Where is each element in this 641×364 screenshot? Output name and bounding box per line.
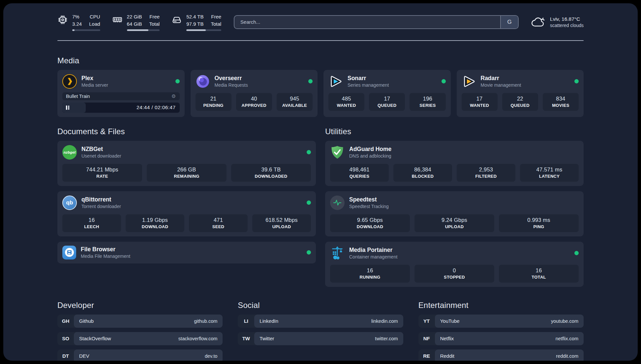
stat-seed: 471 SEED xyxy=(189,214,248,232)
documents-column: Documents & Files nzbget NZBGet Usenet d… xyxy=(57,127,316,287)
search-engine-button[interactable]: G xyxy=(500,16,518,28)
nzbget-icon: nzbget xyxy=(62,145,77,160)
memory-free-label: Free xyxy=(149,13,160,20)
link-name: YouTube xyxy=(440,318,460,324)
app-card-portainer[interactable]: Media Portainer Container management 16 … xyxy=(325,242,584,287)
status-dot xyxy=(442,79,446,83)
social-links-column: Social LI LinkedIn linkedin.com TW Twitt… xyxy=(238,301,403,361)
cpu-icon xyxy=(57,15,68,25)
stat-queries: 498,461 QUERIES xyxy=(330,164,389,182)
plex-now-playing: Bullet Train ⚙ 24:44 / 02:06:47 xyxy=(62,92,180,113)
session-settings-icon[interactable]: ⚙ xyxy=(171,94,176,99)
cpu-stat: 7% 3.24 CPU Load xyxy=(57,13,100,31)
stat-latency: 47.571 ms LATENCY xyxy=(520,164,579,182)
memory-free-value: 22 GiB xyxy=(127,13,142,20)
disk-total-value: 97.9 TB xyxy=(186,20,203,28)
link-linkedin[interactable]: LI LinkedIn linkedin.com xyxy=(238,315,403,328)
cpu-load-value: 3.24 xyxy=(72,20,82,28)
dashboard: 7% 3.24 CPU Load xyxy=(3,3,638,361)
link-twitter[interactable]: TW Twitter twitter.com xyxy=(238,332,403,345)
link-name: Github xyxy=(79,318,94,324)
app-name: qBittorrent xyxy=(81,196,302,203)
app-card-overseerr[interactable]: Overseerr Media Requests 21 PENDING 40 A… xyxy=(191,70,318,117)
link-abbr: TW xyxy=(238,332,254,345)
link-url: twitter.com xyxy=(375,336,398,341)
app-subtitle: Speedtest Tracking xyxy=(349,204,579,209)
plex-icon xyxy=(62,74,77,89)
sonarr-icon xyxy=(328,74,343,89)
app-name: Overseerr xyxy=(215,75,304,82)
link-name: Twitter xyxy=(259,336,274,341)
stat-download: 9.65 Gbps DOWNLOAD xyxy=(330,214,410,232)
app-card-filebrowser[interactable]: File Browser Media File Management xyxy=(57,242,316,263)
stat-upload: 9.24 Gbps UPLOAD xyxy=(414,214,494,232)
cpu-usage-value: 7% xyxy=(72,13,82,20)
top-bar: 7% 3.24 CPU Load xyxy=(57,13,584,31)
stat-ping: 0.993 ms PING xyxy=(499,214,579,232)
app-subtitle: Media Requests xyxy=(215,82,304,88)
link-url: netflix.com xyxy=(556,336,578,341)
memory-progress-track xyxy=(127,29,160,31)
app-subtitle: Torrent downloader xyxy=(81,204,302,209)
status-dot xyxy=(574,251,579,255)
link-name: StackOverflow xyxy=(79,336,111,341)
cpu-load-label: Load xyxy=(89,20,100,28)
link-github[interactable]: GH Github github.com xyxy=(57,315,223,328)
stat-rate: 744.21 Mbps RATE xyxy=(62,164,142,182)
section-title-utilities: Utilities xyxy=(325,127,584,136)
app-subtitle: Movie management xyxy=(481,82,570,88)
app-card-qbittorrent[interactable]: qb qBittorrent Torrent downloader 16 LEE… xyxy=(57,191,316,236)
link-abbr: DT xyxy=(57,349,74,361)
stat-series: 196 SERIES xyxy=(410,93,445,111)
stat-running: 16 RUNNING xyxy=(330,265,410,283)
link-reddit[interactable]: RE Reddit reddit.com xyxy=(418,349,584,361)
filebrowser-icon xyxy=(62,246,76,259)
stat-upload: 618.52 Mbps UPLOAD xyxy=(252,214,311,232)
disk-free-label: Free xyxy=(211,13,221,20)
app-card-adguard[interactable]: AdGuard Home DNS and adblocking 498,461 … xyxy=(325,141,584,186)
search-input[interactable] xyxy=(234,16,500,28)
app-card-nzbget[interactable]: nzbget NZBGet Usenet downloader 744.21 M… xyxy=(57,141,316,186)
app-name: File Browser xyxy=(81,246,302,253)
disk-free-value: 52.4 TB xyxy=(186,13,203,20)
link-netflix[interactable]: NF Netflix netflix.com xyxy=(418,332,584,345)
app-card-radarr[interactable]: Radarr Movie management 17 WANTED 22 QUE… xyxy=(457,70,584,117)
overseerr-icon xyxy=(196,74,210,89)
memory-stat: 22 GiB 64 GiB Free Total xyxy=(112,13,160,31)
app-card-plex[interactable]: Plex Media server Bullet Train ⚙ 24:44 /… xyxy=(57,70,185,117)
section-title-documents: Documents & Files xyxy=(57,127,316,136)
link-url: github.com xyxy=(194,318,217,324)
app-card-speedtest[interactable]: Speedtest Speedtest Tracking 9.65 Gbps D… xyxy=(325,191,584,236)
link-dev[interactable]: DT DEV dev.to xyxy=(57,349,223,361)
playback-time: 24:44 / 02:06:47 xyxy=(137,105,175,110)
app-subtitle: Series management xyxy=(348,82,437,88)
stat-downloaded: 39.6 TB DOWNLOADED xyxy=(231,164,311,182)
app-card-sonarr[interactable]: Sonarr Series management 485 WANTED 17 Q… xyxy=(323,70,451,117)
stat-queued: 17 QUEUED xyxy=(369,93,405,111)
cpu-progress-track xyxy=(72,29,100,31)
memory-progress-fill xyxy=(127,29,149,31)
stat-stopped: 0 STOPPED xyxy=(414,265,494,283)
link-url: stackoverflow.com xyxy=(178,336,217,341)
link-abbr: LI xyxy=(238,315,254,328)
utilities-column: Utilities xyxy=(325,127,584,287)
status-dot xyxy=(307,200,311,205)
stat-pending: 21 PENDING xyxy=(196,93,231,111)
link-stackoverflow[interactable]: SO StackOverflow stackoverflow.com xyxy=(57,332,223,345)
section-title-media: Media xyxy=(57,56,584,65)
link-name: Netflix xyxy=(440,336,454,341)
playback-progress-bar: 24:44 / 02:06:47 xyxy=(62,103,180,113)
app-subtitle: Media server xyxy=(81,82,171,88)
stat-filtered: 2,953 FILTERED xyxy=(457,164,515,182)
disk-progress-fill xyxy=(186,29,206,31)
disk-progress-track xyxy=(186,29,221,31)
app-subtitle: Usenet downloader xyxy=(81,153,302,159)
link-url: youtube.com xyxy=(551,318,578,324)
status-dot xyxy=(307,250,311,255)
stat-wanted: 485 WANTED xyxy=(328,93,364,111)
app-subtitle: DNS and adblocking xyxy=(349,153,579,159)
cpu-progress-fill xyxy=(72,29,75,31)
stat-total: 16 TOTAL xyxy=(499,265,579,283)
link-youtube[interactable]: YT YouTube youtube.com xyxy=(418,315,584,328)
developer-links-column: Developer GH Github github.com SO StackO… xyxy=(57,301,223,361)
